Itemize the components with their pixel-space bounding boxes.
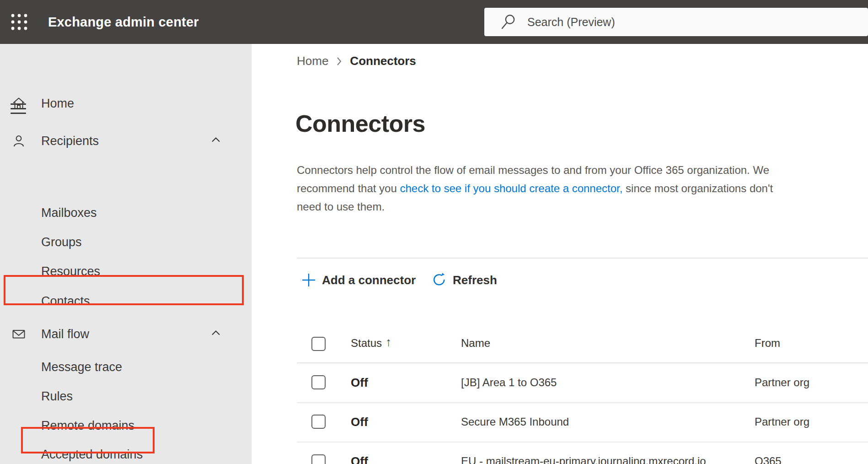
sidebar-item-rules[interactable]: Rules xyxy=(0,383,252,410)
breadcrumb-separator-icon xyxy=(336,56,342,66)
sidebar-item-mail-flow[interactable]: Mail flow xyxy=(0,321,252,347)
column-header-name[interactable]: Name xyxy=(461,336,490,350)
refresh-icon xyxy=(432,273,446,287)
sidebar-item-label: Resources xyxy=(41,264,100,279)
row-from: Partner org xyxy=(755,376,809,389)
row-status: Off xyxy=(351,415,368,429)
sidebar-item-label: Message trace xyxy=(41,360,122,374)
chevron-up-icon[interactable] xyxy=(211,136,221,143)
search-icon xyxy=(500,13,517,31)
waffle-dots-icon xyxy=(9,12,29,32)
page-description: Connectors help control the flow of emai… xyxy=(297,161,773,216)
description-line: recommend that you check to see if you s… xyxy=(297,179,773,198)
description-line: need to use them. xyxy=(297,198,773,216)
description-text: recommend that you xyxy=(297,182,400,194)
breadcrumb-home-link[interactable]: Home xyxy=(297,54,328,68)
select-all-checkbox[interactable] xyxy=(311,337,326,351)
row-status: Off xyxy=(351,376,368,389)
breadcrumb-current: Connectors xyxy=(350,54,416,68)
sidebar-item-remote-domains[interactable]: Remote domains xyxy=(0,412,252,439)
create-connector-check-link[interactable]: check to see if you should create a conn… xyxy=(400,182,622,194)
add-connector-button[interactable]: Add a connector xyxy=(302,269,416,291)
page-title: Connectors xyxy=(295,110,425,137)
description-line: Connectors help control the flow of emai… xyxy=(297,161,773,179)
left-navigation: Home Recipients Mailboxes Groups Resourc… xyxy=(0,44,252,464)
row-checkbox[interactable] xyxy=(311,454,326,464)
column-header-from[interactable]: From xyxy=(755,336,780,350)
row-checkbox[interactable] xyxy=(311,375,326,389)
toolbar-divider xyxy=(297,258,868,259)
sidebar-item-accepted-domains[interactable]: Accepted domains xyxy=(0,441,252,464)
sidebar-item-label: Remote domains xyxy=(41,419,134,433)
person-icon xyxy=(11,134,26,148)
column-header-status[interactable]: Status xyxy=(351,336,382,350)
sidebar-item-label: Home xyxy=(41,97,74,111)
row-name[interactable]: [JB] Area 1 to O365 xyxy=(461,376,557,389)
sidebar-item-label: Mail flow xyxy=(41,327,89,341)
app-title: Exchange admin center xyxy=(48,0,199,44)
description-text: since most organizations don't xyxy=(622,182,773,194)
sidebar-item-mailboxes[interactable]: Mailboxes xyxy=(0,200,252,226)
search-box[interactable] xyxy=(484,8,868,36)
breadcrumb: Home Connectors xyxy=(297,54,416,67)
sidebar-item-label: Groups xyxy=(41,235,82,249)
chevron-up-icon[interactable] xyxy=(211,329,221,336)
refresh-label: Refresh xyxy=(453,273,497,287)
sidebar-item-label: Accepted domains xyxy=(41,448,143,462)
sort-ascending-icon: ↑ xyxy=(386,335,391,349)
row-checkbox[interactable] xyxy=(311,415,326,429)
sidebar-item-resources[interactable]: Resources xyxy=(0,258,252,285)
home-icon xyxy=(11,96,26,111)
sidebar-item-recipients[interactable]: Recipients xyxy=(0,128,252,154)
search-input[interactable] xyxy=(527,16,802,29)
row-from: Partner org xyxy=(755,415,809,429)
table-row-divider xyxy=(297,442,868,442)
table-header-divider xyxy=(297,362,868,363)
sidebar-item-label: Recipients xyxy=(41,134,99,148)
app-launcher-waffle-icon[interactable] xyxy=(9,12,29,32)
sidebar-item-label: Mailboxes xyxy=(41,206,97,220)
sidebar-item-contacts[interactable]: Contacts xyxy=(0,288,252,314)
row-name[interactable]: EU - mailstream-eu-primary.journaling.mx… xyxy=(461,454,706,464)
sidebar-item-label: Contacts xyxy=(41,294,90,308)
sidebar-item-groups[interactable]: Groups xyxy=(0,229,252,255)
add-connector-label: Add a connector xyxy=(322,273,416,287)
refresh-button[interactable]: Refresh xyxy=(432,269,497,291)
row-status: Off xyxy=(351,454,368,464)
sidebar-item-label: Rules xyxy=(41,389,73,404)
table-row-divider xyxy=(297,402,868,403)
row-from: O365 xyxy=(755,454,782,464)
envelope-icon xyxy=(11,327,26,341)
plus-icon xyxy=(302,273,316,287)
sidebar-item-home[interactable]: Home xyxy=(0,90,252,117)
top-app-bar: Exchange admin center xyxy=(0,0,868,44)
sidebar-item-message-trace[interactable]: Message trace xyxy=(0,354,252,380)
row-name[interactable]: Secure M365 Inbound xyxy=(461,415,569,429)
